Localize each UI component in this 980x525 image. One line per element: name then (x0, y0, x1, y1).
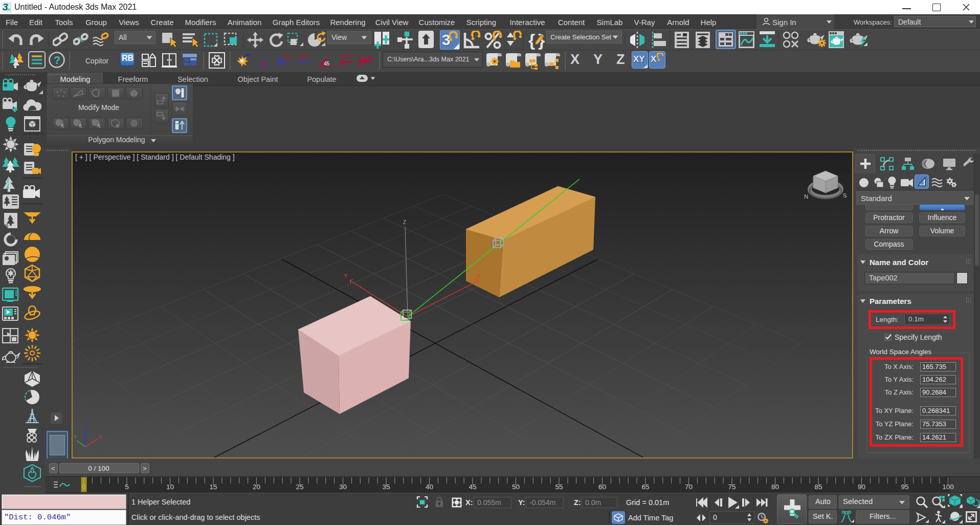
svg-text:Z: Z (403, 220, 406, 225)
svg-text:X: X (98, 434, 102, 440)
svg-text:Y: Y (344, 273, 348, 279)
svg-text:50: 50 (284, 54, 290, 60)
svg-text:NOTL: NOTL (299, 55, 310, 60)
svg-text:Z: Z (83, 425, 87, 431)
svg-text:45: 45 (261, 61, 267, 67)
svg-text:?: ? (54, 54, 60, 67)
svg-text:S: S (843, 192, 847, 199)
svg-text:Y: Y (74, 434, 78, 440)
svg-text:MACR: MACR (340, 55, 351, 60)
svg-text:N: N (804, 193, 808, 200)
svg-text:45: 45 (324, 61, 330, 67)
svg-text:{: { (528, 30, 535, 50)
svg-text:X: X (477, 273, 481, 279)
